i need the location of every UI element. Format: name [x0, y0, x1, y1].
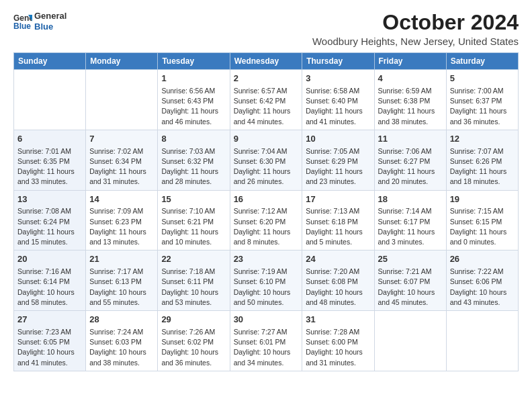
cell-info: Sunrise: 7:03 AM Sunset: 6:32 PM Dayligh…	[161, 146, 226, 187]
cell-info: Sunrise: 7:23 AM Sunset: 6:05 PM Dayligh…	[17, 327, 82, 368]
calendar-cell: 31Sunrise: 7:28 AM Sunset: 6:00 PM Dayli…	[302, 311, 374, 371]
calendar-cell: 20Sunrise: 7:16 AM Sunset: 6:14 PM Dayli…	[14, 250, 86, 311]
calendar-cell: 30Sunrise: 7:27 AM Sunset: 6:01 PM Dayli…	[230, 311, 302, 371]
calendar-table: SundayMondayTuesdayWednesdayThursdayFrid…	[13, 52, 519, 371]
cell-info: Sunrise: 7:12 AM Sunset: 6:20 PM Dayligh…	[234, 206, 299, 247]
calendar-cell: 7Sunrise: 7:02 AM Sunset: 6:34 PM Daylig…	[86, 130, 158, 190]
calendar-cell: 13Sunrise: 7:08 AM Sunset: 6:24 PM Dayli…	[14, 190, 86, 250]
day-header-tuesday: Tuesday	[158, 53, 230, 70]
day-number: 21	[89, 253, 154, 266]
svg-text:Blue: Blue	[13, 21, 31, 31]
cell-info: Sunrise: 7:14 AM Sunset: 6:17 PM Dayligh…	[378, 206, 443, 247]
cell-info: Sunrise: 7:17 AM Sunset: 6:13 PM Dayligh…	[89, 267, 154, 308]
calendar-cell: 6Sunrise: 7:01 AM Sunset: 6:35 PM Daylig…	[14, 130, 86, 190]
cell-info: Sunrise: 7:26 AM Sunset: 6:02 PM Dayligh…	[161, 327, 226, 368]
calendar-cell: 23Sunrise: 7:19 AM Sunset: 6:10 PM Dayli…	[230, 250, 302, 311]
calendar-cell: 22Sunrise: 7:18 AM Sunset: 6:11 PM Dayli…	[158, 250, 230, 311]
calendar-cell: 9Sunrise: 7:04 AM Sunset: 6:30 PM Daylig…	[230, 130, 302, 190]
day-number: 11	[378, 133, 443, 146]
day-number: 30	[234, 314, 299, 326]
day-number: 16	[234, 193, 299, 206]
day-number: 3	[306, 73, 370, 85]
day-number: 20	[17, 253, 82, 266]
cell-info: Sunrise: 7:18 AM Sunset: 6:11 PM Dayligh…	[161, 267, 226, 308]
calendar-cell: 29Sunrise: 7:26 AM Sunset: 6:02 PM Dayli…	[158, 311, 230, 371]
month-title: October 2024	[312, 11, 519, 34]
cell-info: Sunrise: 7:22 AM Sunset: 6:06 PM Dayligh…	[450, 267, 515, 308]
cell-info: Sunrise: 7:27 AM Sunset: 6:01 PM Dayligh…	[234, 327, 299, 368]
calendar-cell: 28Sunrise: 7:24 AM Sunset: 6:03 PM Dayli…	[86, 311, 158, 371]
calendar-cell: 4Sunrise: 6:59 AM Sunset: 6:38 PM Daylig…	[374, 70, 446, 130]
day-number: 24	[306, 253, 370, 266]
day-number: 6	[17, 133, 82, 146]
cell-info: Sunrise: 7:07 AM Sunset: 6:26 PM Dayligh…	[450, 146, 515, 187]
calendar-cell: 17Sunrise: 7:13 AM Sunset: 6:18 PM Dayli…	[302, 190, 374, 250]
calendar-cell	[86, 70, 158, 130]
day-number: 8	[161, 133, 226, 146]
cell-info: Sunrise: 7:20 AM Sunset: 6:08 PM Dayligh…	[306, 267, 370, 308]
cell-info: Sunrise: 6:56 AM Sunset: 6:43 PM Dayligh…	[161, 86, 226, 127]
calendar-cell: 12Sunrise: 7:07 AM Sunset: 6:26 PM Dayli…	[446, 130, 518, 190]
calendar-week-row: 20Sunrise: 7:16 AM Sunset: 6:14 PM Dayli…	[14, 250, 519, 311]
cell-info: Sunrise: 6:59 AM Sunset: 6:38 PM Dayligh…	[378, 86, 443, 127]
calendar-week-row: 1Sunrise: 6:56 AM Sunset: 6:43 PM Daylig…	[14, 70, 519, 130]
day-number: 12	[450, 133, 515, 146]
day-number: 23	[234, 253, 299, 266]
calendar-cell: 15Sunrise: 7:10 AM Sunset: 6:21 PM Dayli…	[158, 190, 230, 250]
cell-info: Sunrise: 7:09 AM Sunset: 6:23 PM Dayligh…	[89, 206, 154, 247]
logo: General Blue General Blue	[13, 11, 66, 32]
calendar-cell: 3Sunrise: 6:58 AM Sunset: 6:40 PM Daylig…	[302, 70, 374, 130]
logo-icon: General Blue	[13, 12, 32, 31]
calendar-week-row: 27Sunrise: 7:23 AM Sunset: 6:05 PM Dayli…	[14, 311, 519, 371]
cell-info: Sunrise: 7:04 AM Sunset: 6:30 PM Dayligh…	[234, 146, 299, 187]
logo-line2: Blue	[34, 21, 66, 32]
cell-info: Sunrise: 6:57 AM Sunset: 6:42 PM Dayligh…	[234, 86, 299, 127]
calendar-cell	[374, 311, 446, 371]
day-number: 25	[378, 253, 443, 266]
day-number: 31	[306, 314, 370, 326]
calendar-cell: 10Sunrise: 7:05 AM Sunset: 6:29 PM Dayli…	[302, 130, 374, 190]
cell-info: Sunrise: 7:08 AM Sunset: 6:24 PM Dayligh…	[17, 206, 82, 247]
cell-info: Sunrise: 7:24 AM Sunset: 6:03 PM Dayligh…	[89, 327, 154, 368]
calendar-cell: 18Sunrise: 7:14 AM Sunset: 6:17 PM Dayli…	[374, 190, 446, 250]
day-number: 7	[89, 133, 154, 146]
day-number: 4	[378, 73, 443, 85]
title-block: October 2024 Woodbury Heights, New Jerse…	[312, 11, 519, 47]
day-header-sunday: Sunday	[14, 53, 86, 70]
logo-line1: General	[34, 11, 66, 21]
day-number: 19	[450, 193, 515, 206]
calendar-cell: 8Sunrise: 7:03 AM Sunset: 6:32 PM Daylig…	[158, 130, 230, 190]
day-number: 15	[161, 193, 226, 206]
day-number: 14	[89, 193, 154, 206]
day-number: 17	[306, 193, 370, 206]
page-header: General Blue General Blue October 2024 W…	[13, 11, 519, 47]
day-number: 10	[306, 133, 370, 146]
day-number: 18	[378, 193, 443, 206]
cell-info: Sunrise: 7:15 AM Sunset: 6:15 PM Dayligh…	[450, 206, 515, 247]
calendar-cell: 1Sunrise: 6:56 AM Sunset: 6:43 PM Daylig…	[158, 70, 230, 130]
day-header-friday: Friday	[374, 53, 446, 70]
day-number: 26	[450, 253, 515, 266]
day-number: 1	[161, 73, 226, 85]
cell-info: Sunrise: 7:21 AM Sunset: 6:07 PM Dayligh…	[378, 267, 443, 308]
day-number: 22	[161, 253, 226, 266]
location-title: Woodbury Heights, New Jersey, United Sta…	[312, 36, 519, 47]
day-number: 2	[234, 73, 299, 85]
calendar-cell: 16Sunrise: 7:12 AM Sunset: 6:20 PM Dayli…	[230, 190, 302, 250]
day-header-wednesday: Wednesday	[230, 53, 302, 70]
cell-info: Sunrise: 6:58 AM Sunset: 6:40 PM Dayligh…	[306, 86, 370, 127]
cell-info: Sunrise: 7:10 AM Sunset: 6:21 PM Dayligh…	[161, 206, 226, 247]
cell-info: Sunrise: 7:19 AM Sunset: 6:10 PM Dayligh…	[234, 267, 299, 308]
day-header-thursday: Thursday	[302, 53, 374, 70]
cell-info: Sunrise: 7:06 AM Sunset: 6:27 PM Dayligh…	[378, 146, 443, 187]
calendar-header-row: SundayMondayTuesdayWednesdayThursdayFrid…	[14, 53, 519, 70]
cell-info: Sunrise: 7:00 AM Sunset: 6:37 PM Dayligh…	[450, 86, 515, 127]
day-header-monday: Monday	[86, 53, 158, 70]
cell-info: Sunrise: 7:16 AM Sunset: 6:14 PM Dayligh…	[17, 267, 82, 308]
day-header-saturday: Saturday	[446, 53, 518, 70]
calendar-cell: 26Sunrise: 7:22 AM Sunset: 6:06 PM Dayli…	[446, 250, 518, 311]
calendar-week-row: 13Sunrise: 7:08 AM Sunset: 6:24 PM Dayli…	[14, 190, 519, 250]
day-number: 28	[89, 314, 154, 326]
cell-info: Sunrise: 7:05 AM Sunset: 6:29 PM Dayligh…	[306, 146, 370, 187]
calendar-cell: 19Sunrise: 7:15 AM Sunset: 6:15 PM Dayli…	[446, 190, 518, 250]
